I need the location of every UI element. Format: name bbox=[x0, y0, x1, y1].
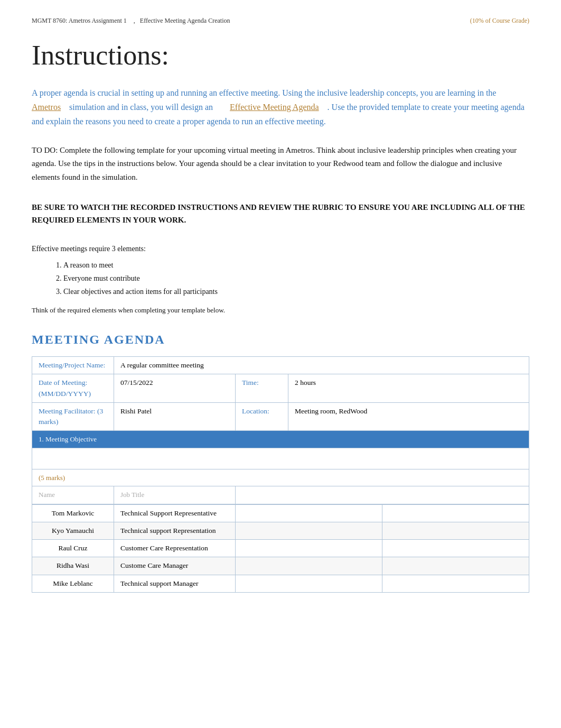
course-label: MGMT 8760: Ametros Assignment 1 bbox=[32, 16, 127, 25]
participants-job-col-header: Job Title bbox=[114, 486, 236, 504]
participant-job: Technical Support Representative bbox=[114, 504, 236, 522]
participant-row: Mike LeblancTechnical support Manager bbox=[32, 575, 529, 592]
location-value: Meeting room, RedWood bbox=[288, 402, 529, 431]
section-objective-label: 1. Meeting Objective bbox=[32, 431, 529, 448]
participant-name: Raul Cruz bbox=[32, 540, 114, 557]
participant-name: Mike Leblanc bbox=[32, 575, 114, 592]
think-para: Think of the required elements when comp… bbox=[32, 305, 529, 316]
participant-job: Custome Care Manager bbox=[114, 557, 236, 575]
warning-paragraph: BE SURE TO WATCH THE RECORDED INSTRUCTIO… bbox=[32, 201, 529, 226]
facilitator-value: Rishi Patel bbox=[114, 402, 236, 431]
marks-row: (5 marks) bbox=[32, 469, 529, 486]
element-item-1: A reason to meet bbox=[63, 259, 529, 272]
elements-list: A reason to meet Everyone must contribut… bbox=[63, 259, 529, 299]
participants-table: Tom MarkovicTechnical Support Representa… bbox=[32, 504, 529, 593]
element-item-3: Clear objectives and action items for al… bbox=[63, 285, 529, 298]
participant-row: Kyo YamauchiTechnical support Representa… bbox=[32, 522, 529, 539]
participant-row: Ridha WasiCustome Care Manager bbox=[32, 557, 529, 575]
agenda-row-meeting-name: Meeting/Project Name: A regular committe… bbox=[32, 357, 529, 374]
date-label: Date of Meeting: (MM/DD/YYYY) bbox=[32, 374, 114, 403]
meeting-name-label: Meeting/Project Name: bbox=[32, 357, 114, 374]
facilitator-label: Meeting Facilitator: (3 marks) bbox=[32, 402, 114, 431]
time-value: 2 hours bbox=[288, 374, 529, 403]
participant-job: Customer Care Representation bbox=[114, 540, 236, 557]
agenda-link: Effective Meeting Agenda bbox=[230, 103, 319, 112]
meeting-agenda-title: MEETING AGENDA bbox=[32, 330, 529, 349]
grade-label: (10% of Course Grade) bbox=[470, 16, 529, 25]
participant-job: Technical support Manager bbox=[114, 575, 236, 592]
intro-text-1: A proper agenda is crucial in setting up… bbox=[32, 88, 523, 97]
agenda-row-date-time: Date of Meeting: (MM/DD/YYYY) 07/15/2022… bbox=[32, 374, 529, 403]
element-item-2: Everyone must contribute bbox=[63, 272, 529, 285]
date-value: 07/15/2022 bbox=[114, 374, 236, 403]
page-title: Instructions: bbox=[32, 35, 529, 76]
participants-header-row: Name Job Title bbox=[32, 486, 529, 504]
section-objective-header: 1. Meeting Objective bbox=[32, 431, 529, 448]
time-label: Time: bbox=[236, 374, 288, 403]
todo-paragraph: TO DO: Complete the following template f… bbox=[32, 144, 529, 185]
assignment-label: , Effective Meeting Agenda Creation bbox=[129, 16, 230, 25]
meeting-name-value: A regular committee meeting bbox=[114, 357, 529, 374]
header-bar: MGMT 8760: Ametros Assignment 1 , Effect… bbox=[32, 16, 529, 25]
participant-row: Raul CruzCustomer Care Representation bbox=[32, 540, 529, 557]
intro-text-2: simulation and in class, you will design… bbox=[63, 103, 228, 112]
agenda-row-facilitator-location: Meeting Facilitator: (3 marks) Rishi Pat… bbox=[32, 402, 529, 431]
ametros-highlight: Ametros bbox=[32, 103, 61, 112]
location-label: Location: bbox=[236, 402, 288, 431]
elements-intro: Effective meetings require 3 elements: bbox=[32, 243, 529, 254]
participants-name-col-header: Name bbox=[32, 486, 114, 504]
participant-row: Tom MarkovicTechnical Support Representa… bbox=[32, 504, 529, 522]
participant-name: Tom Markovic bbox=[32, 504, 114, 522]
agenda-table: Meeting/Project Name: A regular committe… bbox=[32, 356, 529, 504]
participant-name: Kyo Yamauchi bbox=[32, 522, 114, 539]
participant-job: Technical support Representation bbox=[114, 522, 236, 539]
participant-name: Ridha Wasi bbox=[32, 557, 114, 575]
objective-empty-row bbox=[32, 448, 529, 469]
intro-paragraph: A proper agenda is crucial in setting up… bbox=[32, 86, 529, 129]
marks-label: (5 marks) bbox=[32, 469, 529, 486]
